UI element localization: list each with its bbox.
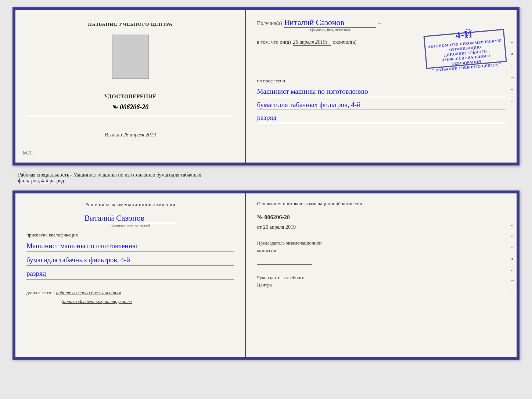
rukovoditel-signature-line <box>257 292 312 299</box>
bsm-3: – <box>511 245 515 249</box>
bsm-5: а <box>511 267 515 271</box>
side-mark-1: – <box>511 40 515 44</box>
stamp-line1: 4-й <box>455 27 473 42</box>
bottom-left-panel: Решением экзаменационной комиссии Витали… <box>15 193 246 357</box>
top-certificate: НАЗВАНИЕ УЧЕБНОГО ЦЕНТРА УДОСТОВЕРЕНИЕ №… <box>12 7 520 165</box>
top-left-panel: НАЗВАНИЕ УЧЕБНОГО ЦЕНТРА УДОСТОВЕРЕНИЕ №… <box>15 10 246 163</box>
prisvoena-label: присвоена квалификация <box>26 232 234 238</box>
bottom-recipient-name: Виталий Сазонов <box>85 213 176 223</box>
bsm-7: – <box>511 289 515 293</box>
completed-word: окончил(а) <box>333 39 357 45</box>
predsedatel-label: Председатель экзаменационной комиссии <box>257 239 506 254</box>
side-mark-7: – <box>511 110 515 115</box>
rukovoditel-label1: Руководитель учебного <box>257 275 304 280</box>
dopuskaetsya-label: допускается к <box>26 290 55 295</box>
bsm-2: – <box>511 234 515 238</box>
bottom-name-block: Виталий Сазонов (фамилия, имя, отчество) <box>26 213 234 227</box>
mp-label: М.П. <box>23 150 33 156</box>
side-marks-top: – и а ← – – – <box>511 40 515 115</box>
issued-line: Выдано 26 апреля 2019 <box>105 132 156 138</box>
protocol-number: № 006206-20 <box>257 214 506 221</box>
dash: – <box>378 21 381 26</box>
recipient-prefix: Получил(а) <box>257 21 282 26</box>
osnovanye-title: Основание: протокол экзаменационной коми… <box>257 201 506 207</box>
side-mark-3: а <box>511 63 515 68</box>
rukovoditel-label: Руководитель учебного Центра <box>257 274 506 288</box>
issued-label: Выдано <box>105 132 122 138</box>
bsm-1: – <box>511 223 515 227</box>
bottom-fio-subtitle: (фамилия, имя, отчество) <box>111 223 150 227</box>
bottom-prof-line2: бумагидля табачных фильтров, 4-й <box>26 255 234 266</box>
middle-text-line1: Рабочая специальность - Машинист машины … <box>18 172 201 178</box>
recipient-subtitle: (фамилия, имя, отчество) <box>310 28 350 32</box>
center-name-top: НАЗВАНИЕ УЧЕБНОГО ЦЕНТРА <box>88 21 173 27</box>
dopuskaetsya-text: работе согласно должностным <box>56 290 121 295</box>
side-mark-5: – <box>511 87 515 91</box>
issued-date: 26 апреля 2019 <box>123 132 156 138</box>
bottom-prof-line1: Машинист машины по изготовлению <box>26 241 234 252</box>
completed-prefix: в том, что он(а) <box>257 39 291 45</box>
bsm-9: – <box>511 311 515 316</box>
bsm-8: – <box>511 300 515 304</box>
predsedatel-signature-line <box>257 257 312 265</box>
udostoverenie-label: УДОСТОВЕРЕНИЕ <box>104 93 157 100</box>
top-right-panel: Получил(а) Виталий Сазонов (фамилия, имя… <box>246 10 517 163</box>
divider1 <box>26 116 234 116</box>
completed-date: 26 апреля 2019г. <box>293 39 331 46</box>
middle-text-block: Рабочая специальность - Машинист машины … <box>12 169 520 187</box>
protocol-date: 26 апреля 2019 <box>263 224 296 230</box>
doc-number-top: № 006206-20 <box>112 103 148 111</box>
side-marks-bottom: – – – и а ← – – – – <box>511 223 515 327</box>
side-mark-4: ← <box>511 75 515 79</box>
komissia-title: Решением экзаменационной комиссии <box>26 201 234 209</box>
bsm-10: – <box>511 322 515 327</box>
profession-line2: бумагидля табачных фильтров, 4-й <box>257 100 506 110</box>
side-mark-2: и <box>511 51 515 56</box>
ot-label: от <box>257 224 262 230</box>
profession-label: по профессии <box>257 78 506 84</box>
bottom-prof-line3: разряд <box>26 268 234 279</box>
photo-placeholder <box>112 35 149 79</box>
predsedatel-label1: Председатель экзаменационной <box>257 240 321 246</box>
dopuskaetsya-text2: (производственным) инструкциям <box>61 299 234 304</box>
bsm-6: ← <box>511 278 515 282</box>
dopuskaetsya-row: допускается к работе согласно должностны… <box>26 290 234 296</box>
profession-line3: разряд <box>257 113 506 123</box>
rukovoditel-label2: Центра <box>257 282 272 288</box>
stamp-overlay: 4-й АВТОНОМНУЮ НЕКОММЕРЧЕСКУЮ ОРГАНИЗАЦИ… <box>423 29 507 69</box>
predsedatel-label2: комиссии <box>257 247 276 253</box>
middle-text-line2: фильтров, 4-й разряд <box>18 178 64 184</box>
bsm-4: и <box>511 256 515 260</box>
recipient-name: Виталий Сазонов <box>284 18 376 28</box>
profession-line1: Машинист машины по изготовлению <box>257 87 506 97</box>
bottom-certificate: Решением экзаменационной комиссии Витали… <box>12 190 520 360</box>
side-mark-6: – <box>511 99 515 103</box>
protocol-date-row: от 26 апреля 2019 <box>257 224 506 230</box>
bottom-right-panel: Основание: протокол экзаменационной коми… <box>246 193 517 357</box>
